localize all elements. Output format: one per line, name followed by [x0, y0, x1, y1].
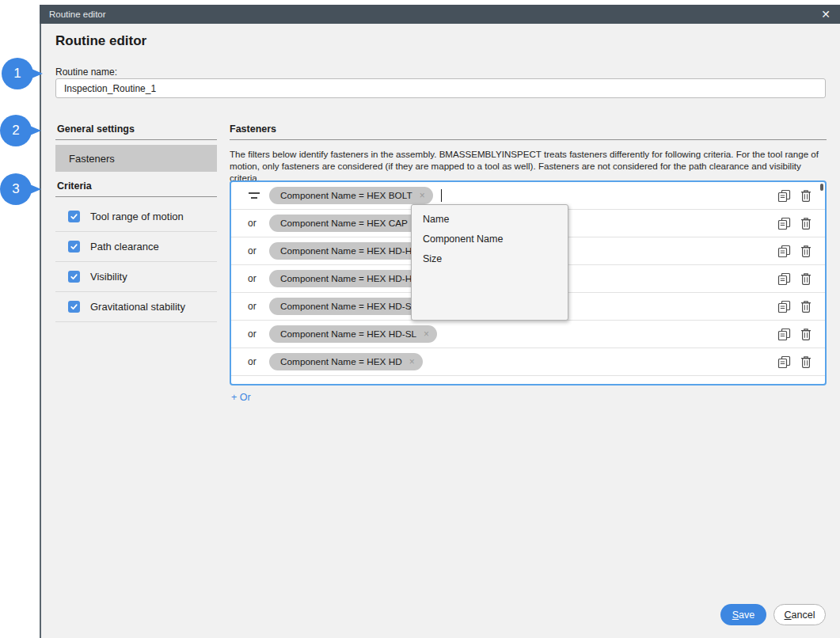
duplicate-row-icon[interactable] — [777, 245, 791, 258]
save-button[interactable]: Save — [720, 604, 766, 625]
delete-row-icon[interactable] — [800, 328, 812, 341]
text-caret — [441, 189, 442, 202]
or-label: or — [248, 273, 257, 284]
duplicate-row-icon[interactable] — [777, 189, 791, 203]
routine-editor-dialog: Routine editor ✕ Routine editor Routine … — [40, 5, 840, 638]
or-label: or — [248, 356, 257, 367]
or-label: or — [248, 301, 257, 312]
delete-row-icon[interactable] — [800, 189, 812, 203]
or-label: or — [248, 245, 257, 256]
checkbox-checked-icon[interactable] — [68, 241, 80, 253]
filter-chip[interactable]: Component Name = HEX CAP × — [269, 215, 428, 232]
dropdown-option-component-name[interactable]: Component Name — [412, 230, 568, 249]
dropdown-option-size[interactable]: Size — [412, 249, 568, 269]
delete-row-icon[interactable] — [800, 355, 812, 369]
routine-name-label: Routine name: — [55, 66, 117, 78]
add-or-link[interactable]: + Or — [231, 392, 251, 403]
chip-remove-icon[interactable]: × — [409, 356, 415, 367]
delete-row-icon[interactable] — [800, 272, 812, 286]
checkbox-checked-icon[interactable] — [68, 211, 80, 222]
criteria-list: Tool range of motion Path clearance Visi… — [55, 202, 217, 322]
scrollbar-thumb[interactable] — [820, 184, 823, 191]
chip-remove-icon[interactable]: × — [424, 328, 429, 340]
duplicate-row-icon[interactable] — [777, 355, 791, 369]
delete-row-icon[interactable] — [800, 300, 812, 313]
delete-row-icon[interactable] — [800, 245, 812, 258]
chip-remove-icon[interactable]: × — [420, 190, 425, 201]
chip-label: Component Name = HEX HD-HVY — [280, 273, 424, 284]
duplicate-row-icon[interactable] — [777, 272, 791, 286]
field-dropdown: Name Component Name Size — [411, 204, 568, 321]
chip-label: Component Name = HEX CAP — [280, 218, 408, 229]
callout-3: 3 — [0, 173, 32, 205]
criteria-label: Tool range of motion — [90, 211, 184, 222]
callout-2: 2 — [0, 115, 32, 146]
criteria-row-gravitational-stability[interactable]: Gravitational stability — [55, 292, 217, 322]
dialog-titlebar: Routine editor ✕ — [40, 5, 840, 24]
fasteners-description: The filters below identify fasteners in … — [230, 148, 828, 184]
chip-label: Component Name = HEX HD — [280, 356, 402, 367]
filter-row: or Component Name = HEX HD × — [231, 348, 825, 376]
criteria-heading: Criteria — [55, 180, 217, 197]
checkbox-checked-icon[interactable] — [68, 301, 80, 313]
chip-label: Component Name = HEX BOLT — [280, 190, 412, 201]
duplicate-row-icon[interactable] — [777, 300, 791, 313]
dropdown-option-name[interactable]: Name — [412, 210, 568, 230]
or-label: or — [248, 328, 257, 340]
criteria-label: Path clearance — [90, 241, 159, 253]
cancel-button[interactable]: Cancel — [773, 604, 826, 625]
filter-icon — [248, 192, 260, 198]
general-settings-heading: General settings — [55, 123, 217, 140]
dialog-title: Routine editor — [49, 9, 106, 19]
page-title: Routine editor — [55, 33, 146, 49]
criteria-row-path-clearance[interactable]: Path clearance — [55, 232, 217, 262]
or-label: or — [248, 218, 257, 229]
criteria-label: Visibility — [90, 271, 127, 283]
filter-row-partial — [231, 376, 825, 385]
checkbox-checked-icon[interactable] — [68, 271, 80, 283]
criteria-label: Gravitational stability — [90, 301, 185, 313]
duplicate-row-icon[interactable] — [777, 328, 791, 341]
screenshot-stage: Routine editor ✕ Routine editor Routine … — [0, 0, 840, 638]
close-icon[interactable]: ✕ — [819, 7, 833, 21]
criteria-row-tool-range[interactable]: Tool range of motion — [55, 202, 217, 232]
routine-name-input[interactable] — [55, 78, 826, 98]
filter-chip[interactable]: Component Name = HEX HD-SL × — [269, 325, 437, 343]
criteria-row-visibility[interactable]: Visibility — [55, 262, 217, 292]
filter-row: or Component Name = HEX HD-SL × — [231, 321, 825, 348]
filter-chip[interactable]: Component Name = HEX HD × — [269, 353, 423, 370]
callout-1: 1 — [2, 58, 33, 89]
filter-chip[interactable]: Component Name = HEX BOLT × — [269, 187, 433, 204]
sidebar-item-fasteners[interactable]: Fasteners — [55, 145, 217, 172]
duplicate-row-icon[interactable] — [777, 217, 791, 230]
fasteners-heading: Fasteners — [230, 123, 827, 140]
delete-row-icon[interactable] — [800, 217, 812, 230]
chip-label: Component Name = HEX HD-SL — [280, 328, 416, 340]
